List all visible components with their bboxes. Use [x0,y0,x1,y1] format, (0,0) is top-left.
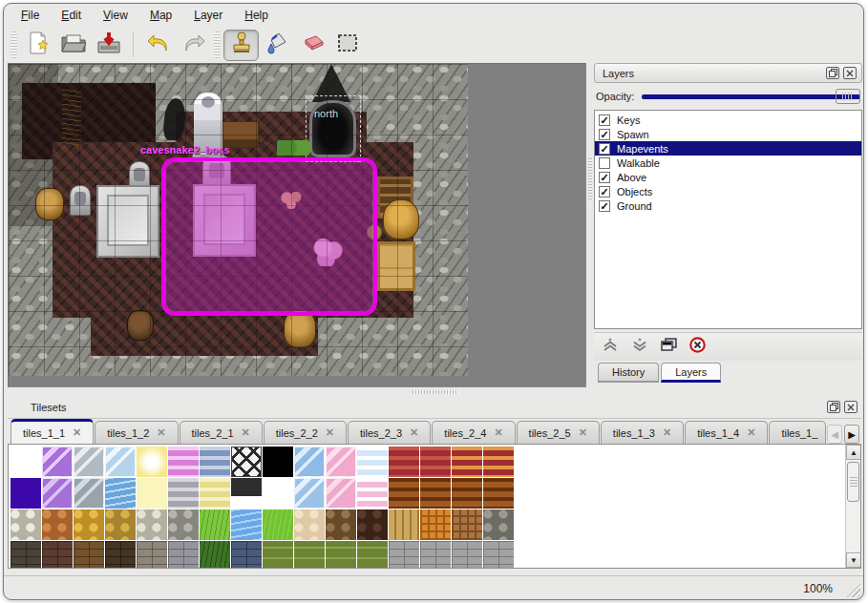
tile-swatch[interactable] [357,447,388,477]
tile-swatch[interactable] [483,478,514,509]
tile-swatch[interactable] [11,478,41,509]
delete-layer-icon[interactable] [689,337,706,357]
close-tab-icon[interactable]: ✕ [157,426,165,439]
tile-swatch[interactable] [483,541,514,569]
tile-swatch[interactable] [168,478,199,509]
tile-swatch[interactable] [200,541,230,569]
toolbar-grip[interactable] [11,31,17,58]
tile-swatch[interactable] [105,478,136,509]
close-tab-icon[interactable]: ✕ [825,426,826,439]
tile-swatch[interactable] [357,478,388,509]
tile-swatch[interactable] [452,541,482,569]
scrollbar-thumb[interactable] [847,462,859,502]
checkbox-checked-icon[interactable]: ✓ [599,129,610,140]
tile-swatch[interactable] [11,541,41,569]
duplicate-layer-icon[interactable] [661,338,677,356]
menu-item-edit[interactable]: Edit [51,5,92,26]
tile-swatch[interactable] [200,509,230,540]
tile-swatch[interactable] [326,478,356,509]
tile-swatch[interactable] [105,509,136,540]
toolbar-grip[interactable] [214,31,221,58]
opacity-slider[interactable] [642,89,860,104]
layers-panel-titlebar[interactable]: Layers [594,63,862,83]
tile-swatch[interactable] [11,447,41,477]
layer-row-spawn[interactable]: ✓Spawn [595,127,861,141]
tile-swatch[interactable] [105,541,136,569]
tile-swatch[interactable] [420,509,451,540]
tile-swatch[interactable] [168,541,199,569]
tile-swatch[interactable] [11,509,41,540]
tile-swatch[interactable] [294,541,325,569]
tile-swatch[interactable] [105,447,136,477]
tile-swatch[interactable] [231,447,262,477]
checkbox-checked-icon[interactable]: ✓ [599,172,610,183]
close-tab-icon[interactable]: ✕ [410,426,418,439]
tile-swatch[interactable] [294,447,325,477]
tile-swatch[interactable] [137,541,167,569]
tileset-tab-tiles_2_2[interactable]: tiles_2_2✕ [264,421,347,444]
tile-swatch[interactable] [357,541,388,569]
close-panel-icon[interactable] [843,67,857,79]
raise-layer-icon[interactable] [602,338,619,357]
tile-swatch[interactable] [452,478,482,509]
menu-item-view[interactable]: View [93,5,138,26]
layer-row-objects[interactable]: ✓Objects [595,184,861,198]
lower-layer-icon[interactable] [631,338,648,357]
tile-swatch[interactable] [357,509,388,540]
layer-row-ground[interactable]: ✓Ground [595,198,861,213]
tile-swatch[interactable] [263,447,293,477]
event-selection-rect[interactable] [161,157,377,316]
tile-swatch[interactable] [200,478,230,509]
tile-swatch[interactable] [74,509,104,540]
tile-swatch[interactable] [389,478,419,509]
tileset-tab-tiles_2_1[interactable]: tiles_2_1✕ [180,421,263,444]
checkbox-checked-icon[interactable]: ✓ [599,200,610,212]
tileset-tab-tiles_1_[interactable]: tiles_1_✕ [769,421,826,444]
tile-swatch[interactable] [326,541,356,569]
checkbox-unchecked-icon[interactable] [599,157,610,169]
new-file-button[interactable] [20,30,55,61]
tile-swatch[interactable] [483,509,514,540]
float-panel-icon[interactable] [826,67,839,79]
tile-swatch[interactable] [42,541,73,569]
tile-swatch[interactable] [168,447,199,477]
redo-button[interactable] [176,30,211,61]
close-tab-icon[interactable]: ✕ [663,426,671,439]
vertical-splitter[interactable] [587,63,593,387]
close-panel-icon[interactable] [844,401,857,413]
tile-swatch[interactable] [389,541,419,569]
tile-swatch[interactable] [231,541,262,569]
tile-swatch[interactable] [263,478,293,509]
layer-row-above[interactable]: ✓Above [595,170,861,184]
tile-swatch[interactable] [420,478,451,509]
tile-swatch[interactable] [74,541,104,569]
close-tab-icon[interactable]: ✕ [73,426,81,439]
tileset-tab-tiles_2_5[interactable]: tiles_2_5✕ [517,421,600,444]
tile-swatch[interactable] [263,509,293,540]
map-viewport[interactable]: cavesnake2_boss north [9,64,468,376]
close-tab-icon[interactable]: ✕ [494,426,502,439]
tile-swatch[interactable] [326,447,356,477]
fill-button[interactable] [259,30,294,61]
checkbox-checked-icon[interactable]: ✓ [599,186,610,198]
float-panel-icon[interactable] [827,401,840,413]
close-tab-icon[interactable]: ✕ [326,426,334,439]
layer-row-mapevents[interactable]: ✓Mapevents [595,141,861,156]
dock-tab-history[interactable]: History [598,363,659,383]
tile-swatch[interactable] [389,509,419,540]
menu-item-layer[interactable]: Layer [183,5,233,26]
tileset-tab-tiles_1_3[interactable]: tiles_1_3✕ [601,421,684,444]
resize-grip[interactable] [843,580,860,597]
opacity-slider-handle[interactable] [836,89,860,104]
tile-swatch[interactable] [389,447,419,477]
scroll-tabs-right-icon[interactable]: ▶ [844,425,859,444]
tile-swatch[interactable] [420,541,451,569]
tileset-tab-tiles_1_1[interactable]: tiles_1_1✕ [11,419,94,444]
dock-tab-layers[interactable]: Layers [661,363,721,383]
tileset-tab-tiles_2_4[interactable]: tiles_2_4✕ [432,421,515,444]
tile-swatch[interactable] [263,541,293,569]
tile-swatch[interactable] [420,447,451,477]
tile-swatch[interactable] [74,447,104,477]
tile-swatch[interactable] [137,447,167,477]
layer-row-keys[interactable]: ✓Keys [595,113,861,127]
